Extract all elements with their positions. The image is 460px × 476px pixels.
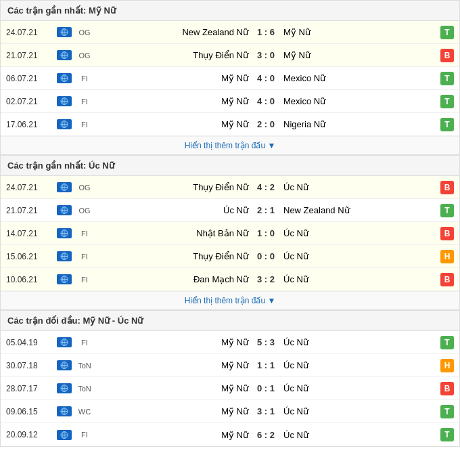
competition-label: FI — [74, 98, 95, 106]
match-score: 2 : 1 — [252, 205, 279, 215]
match-score: 4 : 0 — [252, 96, 279, 106]
away-team: Nigeria Nữ — [279, 119, 436, 129]
flag-icon — [55, 182, 74, 192]
away-team: Úc Nữ — [279, 406, 436, 416]
flag-icon — [55, 406, 74, 416]
competition-label: FI — [74, 121, 95, 129]
competition-label: OG — [74, 207, 95, 215]
match-score: 1 : 1 — [252, 360, 279, 370]
result-badge: B — [440, 227, 454, 240]
competition-label: OG — [74, 28, 95, 37]
match-date: 06.07.21 — [6, 74, 55, 83]
home-team: Mỹ Nữ — [95, 73, 252, 83]
flag-icon — [55, 251, 74, 261]
away-team: Úc Nữ — [279, 182, 436, 192]
result-badge: B — [440, 181, 454, 194]
away-team: Úc Nữ — [279, 251, 436, 261]
result-badge: H — [440, 250, 454, 263]
home-team: Thụy Điển Nữ — [95, 50, 252, 60]
flag-icon — [55, 383, 74, 393]
home-team: Mỹ Nữ — [95, 360, 252, 370]
home-team: Thụy Điển Nữ — [95, 182, 252, 192]
competition-label: FI — [74, 253, 95, 261]
home-team: Mỹ Nữ — [95, 406, 252, 416]
away-team: Úc Nữ — [279, 337, 436, 347]
result-badge: B — [440, 49, 454, 62]
away-team: Mexico Nữ — [279, 73, 436, 83]
match-date: 14.07.21 — [6, 229, 55, 238]
flag-icon — [55, 96, 74, 106]
home-team: Mỹ Nữ — [95, 96, 252, 106]
result-badge: T — [440, 204, 454, 217]
result-badge: B — [440, 382, 454, 395]
table-row: 02.07.21 FI Mỹ Nữ 4 : 0 Mexico Nữ T — [1, 90, 459, 113]
match-score: 5 : 3 — [252, 337, 279, 347]
away-team: Úc Nữ — [279, 274, 436, 284]
match-score: 1 : 0 — [252, 228, 279, 238]
section-doi-dau: Các trận đối đầu: Mỹ Nữ - Úc Nữ 05.04.19… — [0, 310, 460, 447]
away-team: Úc Nữ — [279, 360, 436, 370]
flag-icon — [55, 73, 74, 83]
match-score: 0 : 0 — [252, 251, 279, 261]
competition-label: ToN — [74, 385, 95, 393]
competition-label: FI — [74, 431, 95, 439]
home-team: New Zealand Nữ — [95, 27, 252, 37]
table-row: 10.06.21 FI Đan Mạch Nữ 3 : 2 Úc Nữ B — [1, 268, 459, 291]
home-team: Đan Mạch Nữ — [95, 274, 252, 284]
match-date: 05.04.19 — [6, 338, 55, 347]
match-score: 0 : 1 — [252, 383, 279, 393]
flag-icon — [55, 119, 74, 129]
match-date: 28.07.17 — [6, 384, 55, 393]
show-more-button[interactable]: Hiển thị thêm trận đấu ▼ — [1, 136, 459, 154]
table-row: 06.07.21 FI Mỹ Nữ 4 : 0 Mexico Nữ T — [1, 67, 459, 90]
match-date: 15.06.21 — [6, 252, 55, 261]
table-row: 24.07.21 OG New Zealand Nữ 1 : 6 Mỹ Nữ T — [1, 21, 459, 44]
match-date: 21.07.21 — [6, 206, 55, 215]
away-team: Úc Nữ — [279, 383, 436, 393]
away-team: Mexico Nữ — [279, 96, 436, 106]
match-date: 10.06.21 — [6, 275, 55, 284]
away-team: Úc Nữ — [279, 228, 436, 238]
match-score: 4 : 2 — [252, 182, 279, 192]
flag-icon — [55, 228, 74, 238]
competition-label: OG — [74, 51, 95, 60]
section-header: Các trận đối đầu: Mỹ Nữ - Úc Nữ — [1, 311, 459, 331]
match-date: 24.07.21 — [6, 28, 55, 37]
table-row: 15.06.21 FI Thụy Điển Nữ 0 : 0 Úc Nữ H — [1, 245, 459, 268]
match-score: 3 : 0 — [252, 50, 279, 60]
section-header: Các trận gần nhất: Úc Nữ — [1, 156, 459, 176]
match-date: 24.07.21 — [6, 183, 55, 192]
match-date: 21.07.21 — [6, 51, 55, 60]
flag-icon — [55, 274, 74, 284]
table-row: 05.04.19 FI Mỹ Nữ 5 : 3 Úc Nữ T — [1, 331, 459, 354]
competition-label: WC — [74, 408, 95, 416]
show-more-button[interactable]: Hiển thị thêm trận đấu ▼ — [1, 291, 459, 309]
home-team: Mỹ Nữ — [95, 119, 252, 129]
home-team: Mỹ Nữ — [95, 337, 252, 347]
home-team: Nhật Bản Nữ — [95, 228, 252, 238]
away-team: Mỹ Nữ — [279, 27, 436, 37]
home-team: Mỹ Nữ — [95, 430, 252, 440]
section-uc-nu: Các trận gần nhất: Úc Nữ 24.07.21 OG Thụ… — [0, 155, 460, 310]
show-more-link[interactable]: Hiển thị thêm trận đấu ▼ — [185, 296, 276, 305]
result-badge: B — [440, 273, 454, 286]
competition-label: FI — [74, 276, 95, 284]
match-score: 6 : 2 — [252, 430, 279, 440]
match-score: 1 : 6 — [252, 27, 279, 37]
competition-label: ToN — [74, 362, 95, 370]
match-date: 02.07.21 — [6, 97, 55, 106]
away-team: Úc Nữ — [279, 430, 436, 440]
show-more-link[interactable]: Hiển thị thêm trận đấu ▼ — [185, 141, 276, 150]
table-row: 14.07.21 FI Nhật Bản Nữ 1 : 0 Úc Nữ B — [1, 222, 459, 245]
competition-label: FI — [74, 339, 95, 347]
home-team: Thụy Điển Nữ — [95, 251, 252, 261]
flag-icon — [55, 27, 74, 37]
match-date: 09.06.15 — [6, 407, 55, 416]
flag-icon — [55, 205, 74, 215]
result-badge: T — [440, 95, 454, 108]
competition-label: FI — [74, 230, 95, 238]
match-date: 20.09.12 — [6, 430, 55, 439]
competition-label: OG — [74, 183, 95, 192]
match-score: 3 : 1 — [252, 406, 279, 416]
table-row: 17.06.21 FI Mỹ Nữ 2 : 0 Nigeria Nữ T — [1, 113, 459, 136]
